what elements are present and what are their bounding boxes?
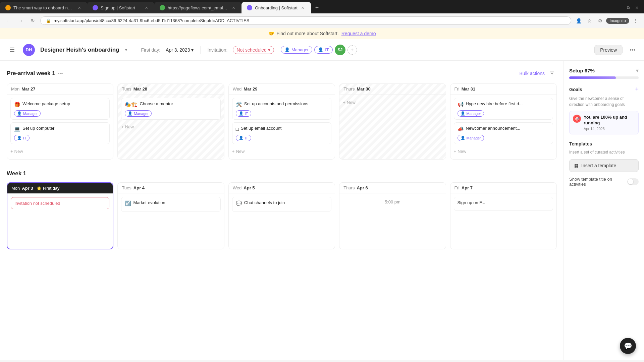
first-day-picker[interactable]: Apr 3, 2023 ▾ <box>166 47 194 53</box>
add-assignee-button[interactable]: + <box>347 45 357 55</box>
pre-arrival-menu[interactable]: ••• <box>58 71 63 76</box>
tab-title-1: The smart way to onboard new h... <box>13 5 74 10</box>
sj-avatar[interactable]: SJ <box>335 45 345 55</box>
task-hype-new-hire[interactable]: 📢 Hype new hire before first d... 👤 Mana… <box>454 98 553 120</box>
it-chip-label: IT <box>325 47 329 52</box>
task-tag-it-computer[interactable]: 👤 IT <box>14 135 30 141</box>
filter-button[interactable] <box>547 69 557 78</box>
bulk-actions-button[interactable]: Bulk actions <box>520 71 545 76</box>
task-signup[interactable]: Sign up on F... <box>454 197 553 211</box>
manager-chip[interactable]: 👤 Manager <box>281 46 312 54</box>
task-emoji-market: ☑️ <box>125 200 131 207</box>
app-container: ☰ DH Designer Heish's onboarding ▾ First… <box>0 39 644 360</box>
manager-icon: 👤 <box>284 47 290 52</box>
it-icon: 👤 <box>318 47 323 52</box>
task-tag-it-accounts[interactable]: 👤 IT <box>236 110 251 117</box>
setup-expand-button[interactable]: ▾ <box>636 67 639 74</box>
browser-tab-3[interactable]: https://pageflows.com/_emails/... ✕ <box>154 2 241 13</box>
tab-favicon-3 <box>160 5 165 10</box>
task-tag-it-email[interactable]: 👤 IT <box>236 135 251 141</box>
day-fri-mar31: Fri Mar 31 📢 Hype new hire before first … <box>450 83 557 160</box>
day-body-wed5: 💬 Chat channels to join <box>229 193 335 218</box>
forward-button[interactable]: → <box>16 16 25 25</box>
task-text-accounts: Set up accounts and permissions <box>244 101 309 107</box>
tab-favicon-2 <box>93 5 98 10</box>
back-button[interactable]: ← <box>4 16 13 25</box>
day-name-tues4: Tues <box>122 185 131 190</box>
add-new-wed29[interactable]: + New <box>232 147 331 156</box>
url-bar[interactable]: 🔒 my.softstart.app/plans/d48cca86-6224-4… <box>40 16 571 25</box>
add-goal-button[interactable]: + <box>635 86 639 93</box>
task-newcomer-announcement[interactable]: 📣 Newcomer announcement... 👤 Manager <box>454 122 553 144</box>
day-body-mon3: Invitation not scheduled <box>7 194 113 215</box>
plan-title: Designer Heish's onboarding <box>40 47 119 53</box>
more-options-icon[interactable]: ⋮ <box>631 16 640 25</box>
browser-tabs: The smart way to onboard new h... ✕ Sign… <box>0 0 644 13</box>
manager-tag-label: Manager <box>23 112 38 116</box>
day-name-mon3: Mon <box>11 186 20 191</box>
pre-arrival-header: Pre-arrival week 1 ••• Bulk actions <box>7 69 557 78</box>
task-text-mentor: Choose a mentor <box>140 101 173 107</box>
it-chip[interactable]: 👤 IT <box>314 46 333 54</box>
first-day-value-text: Apr 3, 2023 <box>166 47 190 53</box>
add-new-tues28[interactable]: + New <box>121 122 220 131</box>
task-setup-email[interactable]: □ Set up email account 👤 IT <box>232 122 331 144</box>
task-text-email: Set up email account <box>241 125 281 131</box>
extension-icon[interactable]: ⚙ <box>595 16 605 25</box>
task-chat-channels[interactable]: 💬 Chat channels to join <box>232 197 331 212</box>
task-tag-manager-welcome[interactable]: 👤 Manager <box>14 110 41 117</box>
refresh-button[interactable]: ↻ <box>28 16 38 25</box>
plan-title-dropdown[interactable]: ▾ <box>125 48 127 52</box>
task-market-evolution[interactable]: ☑️ Market evolution <box>121 197 220 212</box>
day-name-tues28: Tues <box>122 86 131 92</box>
minimize-icon[interactable]: — <box>618 5 622 10</box>
task-choose-mentor[interactable]: 🎭🏗️ Choose a mentor 👤 Manager <box>121 98 220 120</box>
insert-template-button[interactable]: ▦ Insert a template <box>569 159 639 172</box>
calendar-area: Pre-arrival week 1 ••• Bulk actions Mon … <box>0 61 564 360</box>
main-content: Pre-arrival week 1 ••• Bulk actions Mon … <box>0 61 644 360</box>
task-tag-manager-announcement[interactable]: 👤 Manager <box>458 135 484 141</box>
bookmark-icon[interactable]: ☆ <box>585 16 594 25</box>
plus-icon-wed29: + <box>232 149 235 154</box>
day-thurs-apr6: Thurs Apr 6 5:00 pm <box>339 182 446 249</box>
invitation-label: Invitation: <box>207 47 227 53</box>
browser-tab-4[interactable]: Onboarding | Softstart ✕ <box>241 2 311 13</box>
new-tab-button[interactable]: + <box>312 3 322 12</box>
task-welcome-package[interactable]: 🎁 Welcome package setup 👤 Manager <box>10 98 110 120</box>
tab-close-3[interactable]: ✕ <box>231 5 236 10</box>
more-options-button[interactable]: ••• <box>628 45 637 55</box>
task-tag-manager-mentor[interactable]: 👤 Manager <box>125 110 151 117</box>
close-icon[interactable]: ✕ <box>635 5 639 10</box>
week1-grid: Mon Apr 3 ⭐ First day Invitation not sch… <box>7 182 557 249</box>
add-new-fri31[interactable]: + New <box>454 147 553 156</box>
menu-button[interactable]: ☰ <box>7 45 17 55</box>
tab-close-2[interactable]: ✕ <box>144 5 149 10</box>
task-tag-manager-hype[interactable]: 👤 Manager <box>458 110 484 117</box>
preview-button[interactable]: Preview <box>594 45 623 55</box>
template-title-toggle[interactable] <box>627 178 639 185</box>
task-emoji-hype: 📢 <box>458 101 464 108</box>
time-display-thurs6: 5:00 pm <box>343 197 442 207</box>
toggle-label: Show template title on activities <box>569 177 627 187</box>
day-name-wed5: Wed <box>233 185 242 190</box>
chat-button[interactable]: 💬 <box>620 338 636 354</box>
manager-tag-label-announcement: Manager <box>467 136 481 140</box>
task-emoji-accounts: 🛠️ <box>236 101 242 108</box>
notification-link[interactable]: Request a demo <box>341 31 376 36</box>
profile-icon[interactable]: 👤 <box>574 16 583 25</box>
tab-close-1[interactable]: ✕ <box>76 5 82 10</box>
add-new-mon27[interactable]: + New <box>10 147 110 156</box>
add-new-thurs30[interactable]: + New <box>343 98 442 107</box>
task-setup-computer[interactable]: 💻 Set up computer 👤 IT <box>10 122 110 144</box>
browser-tab-1[interactable]: The smart way to onboard new h... ✕ <box>0 2 87 13</box>
restore-icon[interactable]: ⧉ <box>627 5 630 10</box>
day-name-fri31: Fri <box>454 86 460 92</box>
invitation-picker[interactable]: Not scheduled ▾ <box>233 46 274 54</box>
invitation-not-scheduled-card[interactable]: Invitation not scheduled <box>11 197 109 209</box>
task-setup-accounts[interactable]: 🛠️ Set up accounts and permissions 👤 IT <box>232 98 331 120</box>
goal-item[interactable]: 🎯 You are 100% up and running Apr 14, 20… <box>569 111 639 134</box>
app-header: ☰ DH Designer Heish's onboarding ▾ First… <box>0 39 644 61</box>
browser-tab-2[interactable]: Sign up | Softstart ✕ <box>87 2 154 13</box>
star-icon: ⭐ <box>37 186 42 191</box>
tab-close-4[interactable]: ✕ <box>300 5 306 10</box>
